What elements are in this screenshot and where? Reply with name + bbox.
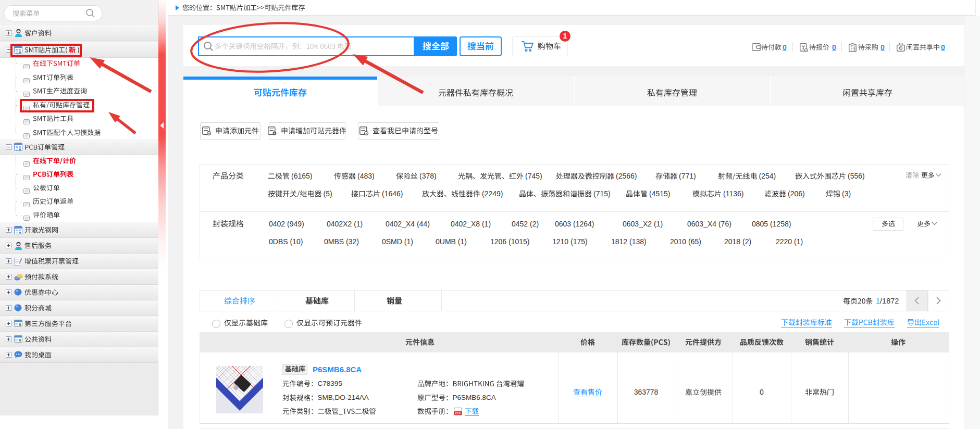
svg-text:PDF: PDF bbox=[455, 412, 461, 415]
